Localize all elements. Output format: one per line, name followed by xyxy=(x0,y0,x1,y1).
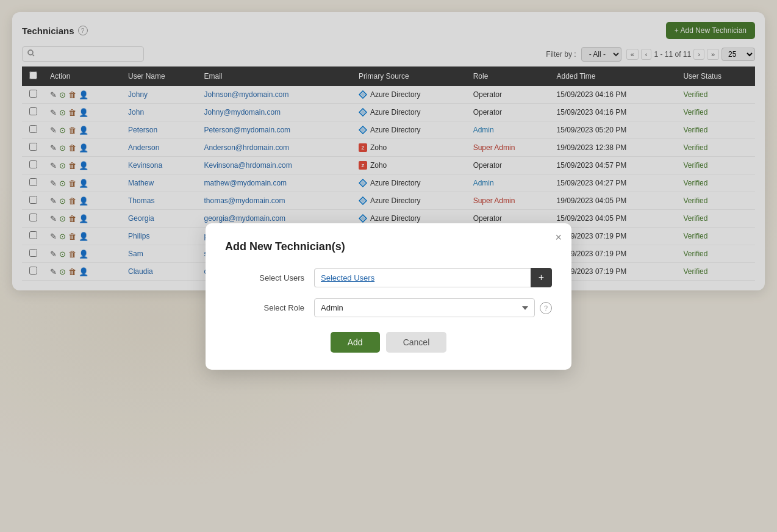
add-technician-modal: Add New Technician(s) × Select Users + S… xyxy=(206,223,571,370)
modal-close-button[interactable]: × xyxy=(555,232,562,243)
select-users-wrapper: + xyxy=(314,268,552,287)
modal-cancel-button[interactable]: Cancel xyxy=(386,332,447,353)
role-select[interactable]: Admin Operator Super Admin xyxy=(314,298,535,317)
select-users-add-button[interactable]: + xyxy=(531,268,552,287)
role-help-icon[interactable]: ? xyxy=(540,302,552,314)
selected-users-input[interactable] xyxy=(314,268,531,287)
modal-add-button[interactable]: Add xyxy=(331,332,380,353)
select-users-group: Select Users + xyxy=(225,268,552,287)
select-role-label: Select Role xyxy=(225,303,304,312)
select-role-group: Select Role Admin Operator Super Admin ? xyxy=(225,298,552,317)
select-users-label: Select Users xyxy=(225,273,304,282)
modal-title: Add New Technician(s) xyxy=(225,240,552,253)
modal-overlay: Add New Technician(s) × Select Users + S… xyxy=(0,0,777,532)
page-wrapper: Technicians ? + Add New Technician Filte… xyxy=(0,0,777,532)
role-wrapper: Admin Operator Super Admin ? xyxy=(314,298,552,317)
modal-actions: Add Cancel xyxy=(225,332,552,353)
